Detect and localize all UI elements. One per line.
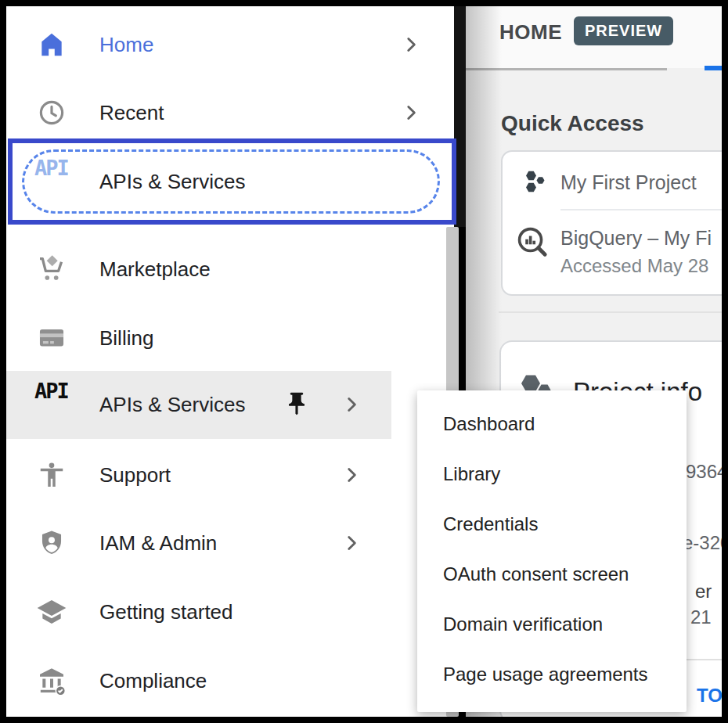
- nav-item-compliance[interactable]: Compliance: [6, 646, 454, 715]
- preview-badge: PREVIEW: [574, 16, 673, 45]
- project-id-fragment: e-320: [683, 532, 722, 554]
- support-person-icon: [36, 459, 67, 491]
- nav-label: APIs & Services: [99, 393, 245, 417]
- nav-item-billing[interactable]: Billing: [6, 304, 454, 372]
- quick-access-title: Quick Access: [501, 111, 644, 136]
- go-to-link-fragment[interactable]: TO: [697, 685, 722, 707]
- marketplace-cart-icon: [36, 254, 67, 285]
- screenshot-root: HOME PREVIEW Quick Access My First Proje…: [0, 0, 728, 723]
- nav-item-home[interactable]: Home: [6, 10, 454, 79]
- chevron-right-icon: [341, 394, 362, 418]
- submenu-item-domain-verification[interactable]: Domain verification: [443, 613, 603, 638]
- frame-border: [0, 717, 728, 723]
- nav-label: Compliance: [99, 669, 207, 693]
- nav-item-support[interactable]: Support: [6, 441, 454, 509]
- nav-label: Recent: [99, 101, 164, 125]
- section-divider: [499, 311, 722, 313]
- getting-started-school-icon: [36, 596, 67, 628]
- apis-services-submenu: Dashboard Library Credentials OAuth cons…: [417, 390, 687, 712]
- iam-shield-icon: [36, 527, 67, 559]
- nav-item-getting-started[interactable]: Getting started: [6, 577, 454, 646]
- active-tab-underline: [705, 66, 722, 70]
- quick-access-project[interactable]: My First Project: [560, 171, 697, 194]
- selection-focus-ring: [22, 149, 440, 214]
- nav-label: Support: [99, 463, 171, 487]
- frame-border: [0, 0, 6, 723]
- nav-label: IAM & Admin: [99, 531, 217, 556]
- compliance-bank-icon: [36, 665, 67, 696]
- chevron-right-icon: [401, 34, 421, 58]
- tab-home[interactable]: HOME: [499, 20, 562, 45]
- project-hexagons-icon: [524, 169, 547, 197]
- billing-card-icon: [36, 322, 67, 354]
- card-divider: [560, 209, 722, 210]
- header-divider: [466, 68, 667, 70]
- project-number-fragment: 9364: [686, 461, 722, 483]
- frame-border: [0, 0, 728, 6]
- nav-drawer: Home Recent API APIs & Services: [6, 6, 454, 717]
- bigquery-icon: [515, 225, 551, 264]
- chevron-right-icon: [341, 533, 362, 556]
- home-icon: [36, 29, 67, 60]
- nav-label: Getting started: [99, 600, 233, 624]
- text-fragment-21: 21: [690, 606, 712, 628]
- nav-label: Home: [99, 33, 153, 57]
- submenu-item-page-usage-agreements[interactable]: Page usage agreements: [443, 664, 648, 689]
- submenu-item-dashboard[interactable]: Dashboard: [443, 413, 535, 438]
- recent-item-subtitle: Accessed May 28: [560, 255, 708, 277]
- submenu-item-library[interactable]: Library: [443, 463, 500, 488]
- chevron-right-icon: [401, 103, 421, 126]
- submenu-item-credentials[interactable]: Credentials: [443, 513, 538, 538]
- nav-label: Billing: [99, 326, 153, 351]
- text-fragment-er: er: [695, 581, 712, 602]
- nav-item-marketplace[interactable]: Marketplace: [6, 235, 454, 304]
- pin-icon[interactable]: [283, 390, 310, 420]
- frame-border: [722, 0, 728, 723]
- quick-access-card: My First Project BigQuery – My Fi Access…: [501, 150, 722, 296]
- nav-item-recent[interactable]: Recent: [6, 78, 454, 147]
- nav-item-apis-services[interactable]: API APIs & Services: [6, 370, 454, 439]
- clock-icon: [36, 97, 67, 128]
- submenu-item-oauth-consent-screen[interactable]: OAuth consent screen: [443, 563, 629, 588]
- recent-item-title[interactable]: BigQuery – My Fi: [560, 227, 712, 250]
- nav-label: Marketplace: [99, 257, 211, 282]
- chevron-right-icon: [341, 465, 362, 488]
- nav-item-iam-admin[interactable]: IAM & Admin: [6, 509, 454, 577]
- api-icon: API: [34, 375, 68, 406]
